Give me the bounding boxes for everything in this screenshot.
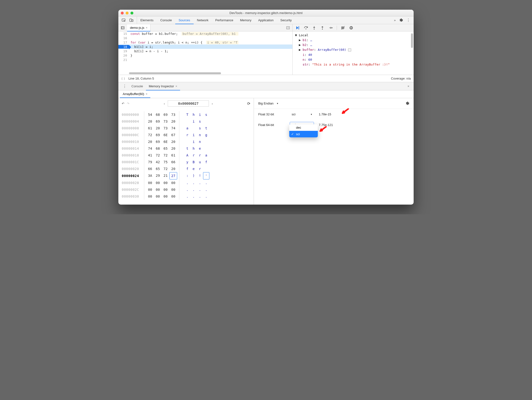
hex-byte[interactable]: 74 xyxy=(169,125,177,132)
hex-byte[interactable]: 73 xyxy=(162,118,169,125)
ascii-char[interactable]: . xyxy=(184,186,190,193)
ascii-char[interactable]: r xyxy=(184,132,190,138)
maximize-icon[interactable] xyxy=(130,12,133,15)
hex-byte[interactable]: 29 xyxy=(154,172,162,179)
ascii-char[interactable]: s xyxy=(203,111,209,118)
code-line[interactable]: 15const buffer = b1.buffer; buffer = Arr… xyxy=(118,31,292,36)
hex-byte[interactable]: 42 xyxy=(154,159,162,165)
ascii-char[interactable]: i xyxy=(190,138,197,145)
panel-tab-console[interactable]: Console xyxy=(157,16,175,24)
hex-byte[interactable]: 68 xyxy=(154,111,162,118)
ascii-char[interactable]: f xyxy=(184,165,190,172)
code-line[interactable]: 18 b1[i] = i; xyxy=(118,44,292,49)
ascii-char[interactable]: B xyxy=(190,159,197,165)
ascii-char[interactable]: T xyxy=(184,111,190,118)
hex-byte[interactable]: 00 xyxy=(154,193,162,200)
ascii-char[interactable]: n xyxy=(197,132,203,138)
ascii-char[interactable]: e xyxy=(190,165,197,172)
hex-byte[interactable]: 20 xyxy=(169,145,177,152)
close-icon[interactable]: × xyxy=(146,92,148,96)
hex-byte[interactable]: 72 xyxy=(162,152,169,159)
ascii-char[interactable]: s xyxy=(197,125,203,132)
ascii-char[interactable]: t xyxy=(184,145,190,152)
hex-byte[interactable]: 74 xyxy=(146,145,154,152)
hex-byte[interactable]: 3A xyxy=(146,172,154,179)
more-panels-icon[interactable]: » xyxy=(394,18,396,22)
hex-byte[interactable]: 20 xyxy=(154,125,162,132)
panel-tab-memory[interactable]: Memory xyxy=(237,16,255,24)
ascii-char[interactable]: h xyxy=(190,111,197,118)
code-line[interactable]: 20} xyxy=(118,53,292,58)
hex-byte[interactable]: 20 xyxy=(169,118,177,125)
hex-byte[interactable]: 41 xyxy=(146,152,154,159)
ascii-char[interactable]: a xyxy=(184,125,190,132)
hex-byte[interactable]: 20 xyxy=(146,118,154,125)
ascii-char[interactable]: . xyxy=(190,193,197,200)
undo-icon[interactable]: ↶ xyxy=(122,102,124,105)
hex-byte[interactable]: 21 xyxy=(162,172,169,179)
prev-page-icon[interactable]: ‹ xyxy=(161,100,168,107)
ascii-char[interactable]: a xyxy=(203,152,209,159)
ascii-char[interactable] xyxy=(203,165,209,172)
ascii-char[interactable]: . xyxy=(197,193,203,200)
scope-pane[interactable]: ▼ Local ▶ b1: … ▶ b2: … ▶ buffer: ArrayB… xyxy=(293,31,414,75)
ascii-char[interactable] xyxy=(203,118,209,125)
ascii-char[interactable]: . xyxy=(190,186,197,193)
hex-byte[interactable]: 73 xyxy=(162,125,169,132)
hex-byte[interactable]: 00 xyxy=(154,179,162,186)
ascii-char[interactable]: r xyxy=(190,152,197,159)
hex-byte[interactable]: 68 xyxy=(154,145,162,152)
ascii-char[interactable]: A xyxy=(184,152,190,159)
mode-option-sci[interactable]: sci xyxy=(289,131,318,137)
ascii-char[interactable]: ! xyxy=(197,172,203,179)
ascii-char[interactable]: t xyxy=(203,125,209,132)
hex-byte[interactable]: 00 xyxy=(146,186,154,193)
ascii-char[interactable] xyxy=(203,145,209,152)
mode-option-dec[interactable]: dec xyxy=(289,124,318,131)
panel-tab-application[interactable]: Application xyxy=(255,16,277,24)
refresh-icon[interactable]: ⟳ xyxy=(247,101,250,106)
hex-byte[interactable]: 00 xyxy=(169,193,177,200)
ascii-char[interactable]: h xyxy=(190,145,197,152)
hex-byte[interactable]: 65 xyxy=(162,145,169,152)
panel-tab-security[interactable]: Security xyxy=(277,16,295,24)
ascii-char[interactable] xyxy=(184,118,190,125)
hex-byte[interactable]: 72 xyxy=(154,152,162,159)
ascii-char[interactable]: . xyxy=(184,193,190,200)
next-page-icon[interactable]: › xyxy=(209,100,216,107)
drawer-tab-console[interactable]: Console xyxy=(129,82,146,90)
run-icon[interactable] xyxy=(286,26,290,30)
code-line[interactable]: 16 xyxy=(118,36,292,40)
pause-exceptions-icon[interactable] xyxy=(349,26,353,30)
scope-variable[interactable]: str: "This is a string in the ArrayBuffe… xyxy=(295,62,411,67)
hex-byte[interactable]: 20 xyxy=(169,138,177,145)
step-into-icon[interactable] xyxy=(312,26,316,30)
vertical-scrollbar[interactable] xyxy=(411,33,413,48)
hex-byte[interactable]: 00 xyxy=(154,186,162,193)
hex-byte[interactable]: 72 xyxy=(146,132,154,138)
ascii-char[interactable] xyxy=(203,138,209,145)
hex-byte[interactable]: 00 xyxy=(169,186,177,193)
format-icon[interactable]: { } xyxy=(121,77,125,81)
ascii-char[interactable]: f xyxy=(203,159,209,165)
hex-byte[interactable]: 66 xyxy=(146,165,154,172)
ascii-char[interactable]: . xyxy=(197,179,203,186)
hex-byte[interactable]: 69 xyxy=(154,132,162,138)
step-icon[interactable] xyxy=(328,26,333,30)
ascii-char[interactable]: . xyxy=(203,186,209,193)
ascii-char[interactable]: e xyxy=(197,145,203,152)
navigator-icon[interactable] xyxy=(121,26,125,30)
hex-byte[interactable]: 20 xyxy=(169,165,177,172)
close-icon[interactable]: × xyxy=(175,84,177,88)
device-icon[interactable] xyxy=(129,18,133,22)
panel-tab-performance[interactable]: Performance xyxy=(212,16,236,24)
scope-header[interactable]: ▼ Local xyxy=(295,33,411,38)
ascii-char[interactable]: ) xyxy=(190,172,197,179)
ascii-char[interactable]: . xyxy=(184,179,190,186)
code-line[interactable]: 21 xyxy=(118,58,292,62)
hex-byte[interactable]: 00 xyxy=(162,179,169,186)
resume-icon[interactable] xyxy=(296,26,300,30)
redo-icon[interactable]: ↷ xyxy=(127,102,129,105)
ascii-char[interactable]: r xyxy=(197,165,203,172)
ascii-char[interactable]: . xyxy=(203,179,209,186)
